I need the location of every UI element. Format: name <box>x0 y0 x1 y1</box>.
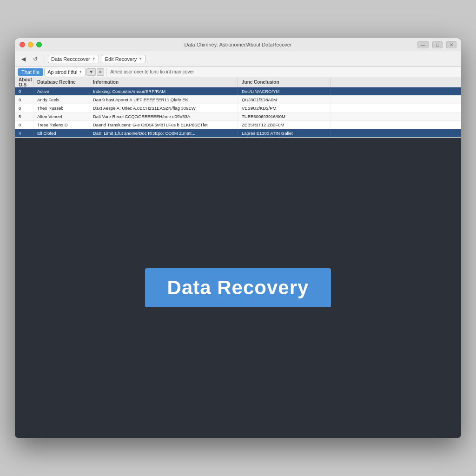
title-bar: Data Chimney: Astronomer/About DataRecov… <box>15 38 461 51</box>
filter-toggle-btn[interactable]: ▼ <box>86 68 96 76</box>
table-cell: Daxt Aespe A: Utlec A.0BCH2S1EASZN/flag … <box>89 104 238 112</box>
toolbar-separator <box>44 55 44 63</box>
table-cell: VES9U2/KD2/PM <box>238 104 331 112</box>
col-header-date: June Conclusion <box>238 77 331 87</box>
window-controls: — ◻ ✕ <box>417 41 456 48</box>
filter-extra-btn[interactable]: ✕ <box>97 68 104 76</box>
table-cell: 4 <box>15 129 33 137</box>
table-cell: Dec/LIN/ACRO/YM <box>238 87 331 95</box>
table-cell: Theo Russel: <box>33 104 89 112</box>
table-row[interactable]: 4Ell ClofedDatr: Limit 1.fut anome/Doc R… <box>15 129 461 138</box>
main-content: Data Recovery <box>15 138 461 438</box>
table-cell: Dan 9 hast Aporet A.UEF EEEEEER11 Qlafe … <box>89 96 238 104</box>
main-window: Data Chimney: Astronomer/About DataRecov… <box>15 38 461 438</box>
table-cell: Trese Relens:D <box>33 121 89 129</box>
close-button[interactable] <box>20 42 25 47</box>
table-cell: Lapres E1300 ATIN Gallet <box>238 129 331 137</box>
table-cell: Daend Translucent: G-e OtDSF6M8TLFus b E… <box>89 121 238 129</box>
toolbar-dropdown-edit[interactable]: Edit Recovery ▼ <box>102 55 145 63</box>
menu-filter-text: Athed asor oner te func tio int man cove… <box>108 69 196 74</box>
toolbar-dropdown-edit-label: Edit Recovery <box>105 56 137 62</box>
table-cell: 5 <box>15 112 33 120</box>
table-cell: Datr: Limit 1.fut anome/Doc RI3Epo: CO0M… <box>89 129 238 137</box>
table-cell: QUJ3C1/3D8A0M <box>238 96 331 104</box>
chevron-down-icon-2: ▼ <box>139 57 142 61</box>
table-row[interactable]: 0Theo Russel:Daxt Aespe A: Utlec A.0BCH2… <box>15 104 461 112</box>
table-cell: Active <box>33 87 89 95</box>
table-row[interactable]: 5Alfen Veneet:Dalt Vare Recel CCQOGEEEEE… <box>15 112 461 121</box>
minimize-icon[interactable]: — <box>417 41 429 48</box>
table-cell: 0 <box>15 121 33 129</box>
col-header-name: Database Recline <box>33 77 89 87</box>
chevron-down-icon-3: ▼ <box>79 70 82 74</box>
menu-bar: That file Ap strod fitful ▼ ▼ ✕ Athed as… <box>15 67 461 77</box>
table-cell: 0 <box>15 87 33 95</box>
table-row[interactable]: 0ActiveIndexing: Compute/Amour/ERP/RAMDe… <box>15 87 461 96</box>
col-header-id: About O.S <box>15 77 33 87</box>
window-title: Data Chimney: Astronomer/About DataRecov… <box>184 42 291 47</box>
close-icon[interactable]: ✕ <box>446 41 456 48</box>
table-cell: TUEE600693916/00M <box>238 112 331 120</box>
chevron-down-icon: ▼ <box>92 57 96 61</box>
recovery-banner-text: Data Recovery <box>167 277 309 298</box>
table-row[interactable]: 0Andy FeelsDan 9 hast Aporet A.UEF EEEEE… <box>15 96 461 104</box>
traffic-lights <box>20 42 42 47</box>
restore-icon[interactable]: ◻ <box>432 41 443 48</box>
table-header: About O.S Database Recline Information J… <box>15 77 461 87</box>
back-icon[interactable]: ◀ <box>19 54 28 64</box>
refresh-icon[interactable]: ↺ <box>31 54 40 64</box>
table-cell: 0 <box>15 96 33 104</box>
maximize-button[interactable] <box>36 42 42 47</box>
toolbar-dropdown-main-label: Data Reccccover <box>51 56 90 62</box>
toolbar: ◀ ↺ Data Reccccover ▼ Edit Recovery ▼ <box>15 51 461 67</box>
menu-item-file[interactable]: That file <box>18 68 43 76</box>
table-cell: Alfen Veneet: <box>33 112 89 120</box>
table-cell: Dalt Vare Recel CCQOGEEEEEEH/nee d09V63A <box>89 112 238 120</box>
recovery-banner: Data Recovery <box>145 268 331 307</box>
table-cell: Ell Clofed <box>33 129 89 137</box>
col-header-description: Information <box>89 77 238 87</box>
minimize-button[interactable] <box>28 42 33 47</box>
table-cell: Indexing: Compute/Amour/ERP/RAM <box>89 87 238 95</box>
table-cell: 0 <box>15 104 33 112</box>
table-row[interactable]: 0Trese Relens:DDaend Translucent: G-e Ot… <box>15 121 461 129</box>
toolbar-dropdown-main[interactable]: Data Reccccover ▼ <box>48 55 99 63</box>
table-cell: Andy Feels <box>33 96 89 104</box>
table-body: 0ActiveIndexing: Compute/Amour/ERP/RAMDe… <box>15 87 461 138</box>
menu-item-filter[interactable]: Ap strod fitful ▼ <box>44 68 86 76</box>
table-cell: ZEB5R3T12 ZB0F0M <box>238 121 331 129</box>
menu-separator <box>106 68 106 76</box>
